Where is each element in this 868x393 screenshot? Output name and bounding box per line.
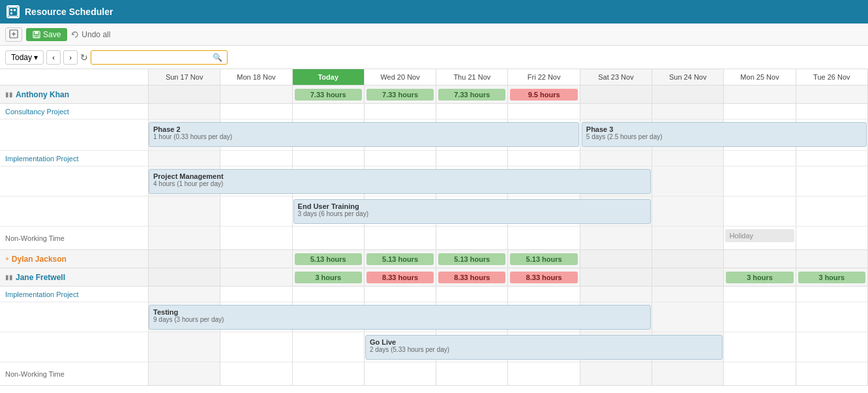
svg-rect-0 xyxy=(8,7,18,16)
phase2-bar[interactable]: Phase 2 1 hour (0.33 hours per day) xyxy=(149,122,579,147)
cp-d8 xyxy=(724,104,796,119)
svg-rect-2 xyxy=(14,9,16,11)
jane-golive-row: Go Live 2 days (5.33 hours per day) xyxy=(0,332,868,362)
anthony-h1 xyxy=(220,86,292,103)
app-title: Resource Scheduler xyxy=(25,7,113,17)
svg-rect-8 xyxy=(35,31,38,34)
top-bar: Resource Scheduler xyxy=(0,0,868,24)
cp-d2 xyxy=(293,104,365,119)
jane-golive-grid: Go Live 2 days (5.33 hours per day) xyxy=(149,332,868,362)
impl-project-row: Implementation Project xyxy=(0,151,868,166)
person-cell-jane: ▮▮ Jane Fretwell xyxy=(0,268,149,286)
eut-bar[interactable]: End User Training 3 days (6 hours per da… xyxy=(293,199,651,224)
nonwork-jane: Non-Working Time xyxy=(0,362,868,386)
today-button[interactable]: Today ▾ xyxy=(5,50,44,65)
col-mon25: Mon 25 Nov xyxy=(724,69,796,85)
nonwork-label-jane: Non-Working Time xyxy=(0,362,149,385)
anthony-h7 xyxy=(652,86,724,103)
col-tue26: Tue 26 Nov xyxy=(796,69,868,85)
col-fri22: Fri 22 Nov xyxy=(508,69,580,85)
col-sun17: Sun 17 Nov xyxy=(149,69,220,85)
undo-button[interactable]: Undo all xyxy=(71,30,110,39)
consultancy-task-grid: Phase 2 1 hour (0.33 hours per day) Phas… xyxy=(149,119,868,150)
resource-header xyxy=(0,69,149,85)
cp-d1 xyxy=(220,104,292,119)
person-row-anthony: ▮▮ Anthony Khan 7.33 hours 7.33 hours 7.… xyxy=(0,86,868,104)
holiday-cell: Holiday xyxy=(724,227,796,249)
save-button[interactable]: Save xyxy=(26,28,67,41)
toggle-jane[interactable]: ▮▮ xyxy=(5,274,13,281)
person-row-dylan: + Dylan Jackson 5.13 hours 5.13 hours 5.… xyxy=(0,250,868,268)
anthony-h8 xyxy=(724,86,796,103)
anthony-h6 xyxy=(580,86,652,103)
prev-button[interactable]: ‹ xyxy=(46,50,61,65)
jane-name[interactable]: Jane Fretwell xyxy=(16,273,65,282)
golive-bar[interactable]: Go Live 2 days (5.33 hours per day) xyxy=(365,335,723,360)
svg-rect-1 xyxy=(10,9,12,11)
toolbar: Save Undo all xyxy=(0,24,868,46)
next-button[interactable]: › xyxy=(63,50,78,65)
toggle-dylan[interactable]: + xyxy=(5,255,9,262)
person-cell-dylan: + Dylan Jackson xyxy=(0,250,149,268)
col-today: Today xyxy=(293,69,365,85)
toggle-anthony[interactable]: ▮▮ xyxy=(5,91,13,98)
svg-rect-9 xyxy=(35,35,38,37)
nav-bar: Today ▾ ‹ › ↻ 🔍 xyxy=(0,46,868,69)
jane-testing-grid: Testing 9 days (3 hours per day) xyxy=(149,302,868,332)
refresh-button[interactable]: ↻ xyxy=(80,52,88,63)
jane-impl-project-row: Implementation Project xyxy=(0,287,868,302)
phase3-bar[interactable]: Phase 3 5 days (2.5 hours per day) xyxy=(582,122,867,147)
eut-grid: End User Training 3 days (6 hours per da… xyxy=(149,196,868,226)
col-wed20: Wed 20 Nov xyxy=(365,69,436,85)
nonwork-label-anthony: Non-Working Time xyxy=(0,227,149,249)
anthony-h3: 7.33 hours xyxy=(365,86,436,103)
app-icon xyxy=(7,5,20,18)
jane-impl-label[interactable]: Implementation Project xyxy=(0,287,149,302)
task-spacer-c xyxy=(0,119,149,150)
consultancy-project-row: Consultancy Project xyxy=(0,104,868,119)
search-icon: 🔍 xyxy=(213,53,222,62)
anthony-h0 xyxy=(149,86,220,103)
col-sat23: Sat 23 Nov xyxy=(580,69,652,85)
cp-d0 xyxy=(149,104,220,119)
nonwork-anthony: Non-Working Time Holiday xyxy=(0,227,868,250)
anthony-name[interactable]: Anthony Khan xyxy=(16,90,69,99)
cp-d4 xyxy=(436,104,508,119)
proj-mgmt-row: Project Management 4 hours (1 hour per d… xyxy=(0,166,868,196)
col-mon18: Mon 18 Nov xyxy=(220,69,292,85)
cp-d3 xyxy=(365,104,436,119)
chevron-down-icon: ▾ xyxy=(34,53,38,62)
search-input[interactable] xyxy=(95,53,213,62)
search-box: 🔍 xyxy=(91,50,228,65)
holiday-bar: Holiday xyxy=(725,229,794,242)
eut-row: End User Training 3 days (6 hours per da… xyxy=(0,196,868,227)
dylan-name[interactable]: Dylan Jackson xyxy=(12,255,67,264)
proj-mgmt-bar[interactable]: Project Management 4 hours (1 hour per d… xyxy=(149,169,651,194)
anthony-h2: 7.33 hours xyxy=(293,86,365,103)
cp-d5 xyxy=(508,104,580,119)
testing-bar[interactable]: Testing 9 days (3 hours per day) xyxy=(149,305,651,330)
person-cell-anthony: ▮▮ Anthony Khan xyxy=(0,86,149,103)
anthony-h9 xyxy=(796,86,868,103)
anthony-h5: 9.5 hours xyxy=(508,86,580,103)
anthony-h4: 7.33 hours xyxy=(436,86,508,103)
consultancy-label[interactable]: Consultancy Project xyxy=(0,104,149,119)
impl-label[interactable]: Implementation Project xyxy=(0,151,149,166)
cp-d9 xyxy=(796,104,868,119)
cp-d6 xyxy=(580,104,652,119)
col-thu21: Thu 21 Nov xyxy=(436,69,508,85)
cp-d7 xyxy=(652,104,724,119)
person-row-jane: ▮▮ Jane Fretwell 3 hours 8.33 hours 8.33… xyxy=(0,268,868,287)
col-sun24: Sun 24 Nov xyxy=(652,69,724,85)
scheduler-grid: Sun 17 Nov Mon 18 Nov Today Wed 20 Nov T… xyxy=(0,69,868,393)
grid-header: Sun 17 Nov Mon 18 Nov Today Wed 20 Nov T… xyxy=(0,69,868,86)
app-container: Resource Scheduler Save Undo all Today ▾… xyxy=(0,0,868,393)
consultancy-tasks-row: Phase 2 1 hour (0.33 hours per day) Phas… xyxy=(0,119,868,151)
new-button[interactable] xyxy=(5,27,22,42)
jane-testing-row: Testing 9 days (3 hours per day) xyxy=(0,302,868,332)
proj-mgmt-grid: Project Management 4 hours (1 hour per d… xyxy=(149,166,868,196)
svg-rect-3 xyxy=(10,12,12,14)
